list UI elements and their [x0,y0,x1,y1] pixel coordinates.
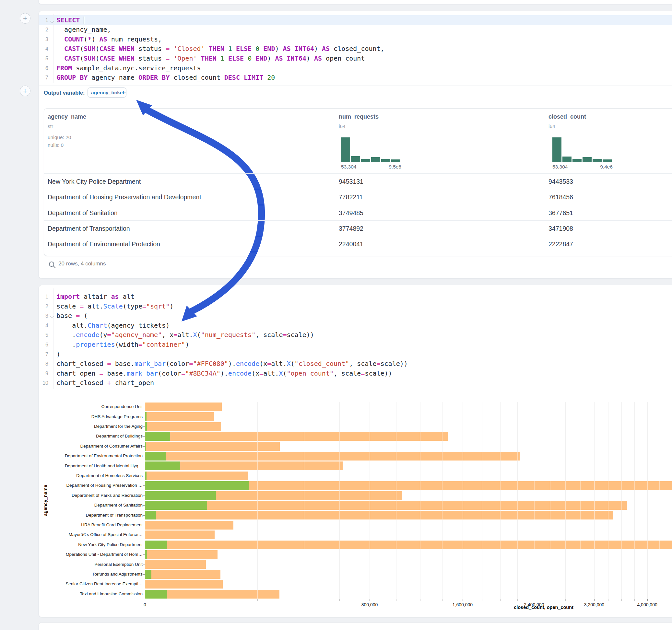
chart-gridline-overlay [339,402,340,599]
table-cell: New York City Police Department [48,174,141,189]
chart-y-label: Department for the Aging [35,424,143,429]
chart-x-tick [462,599,463,601]
code-line[interactable]: 1import altair as alt [39,292,672,302]
code-line[interactable]: 3 COUNT(*) AS num_requests, [39,35,672,44]
histogram-max-label-closed: 9.4e6 [567,164,613,170]
row-separator [44,252,672,252]
code-line[interactable]: 9chart_open = base.mark_bar(color="#8BC3… [39,369,672,379]
chart-x-minor-tick [580,599,580,601]
chart-x-minor-tick [518,599,518,601]
chart-x-minor-tick [304,599,304,601]
chart-y-label: Taxi and Limousine Commission [35,591,143,596]
code-text: CAST(SUM(CASE WHEN status = 'Open' THEN … [56,54,365,64]
line-number: 3 [39,311,48,321]
line-number: 4 [39,44,48,54]
fold-chevron-icon[interactable] [50,314,54,319]
table-cell: Department of Housing Preservation and D… [48,189,201,205]
histogram-bar [593,159,602,162]
chart-y-label: Department of Consumer Affairs [35,444,143,449]
chart-y-label: Department of Buildings [35,434,143,438]
table-cell: 7782211 [339,189,363,205]
histogram-bar [371,157,380,162]
table-cell: 3774892 [339,221,363,236]
chart-bar-open [145,491,216,500]
histogram-closed-count [552,138,613,162]
chart-gridline-overlay [482,402,482,599]
add-cell-button-top[interactable]: + [20,13,30,24]
add-cell-button-output[interactable]: + [20,86,30,96]
chart-y-label: HRA Benefit Card Replacement [35,523,143,527]
code-line[interactable]: 3base = ( [39,311,672,321]
code-line[interactable]: 2 agency_name, [39,25,672,35]
chart-plot-top-border [145,402,672,402]
code-line[interactable]: 6 .properties(width="container") [39,340,672,350]
line-number: 4 [39,321,48,331]
code-line[interactable]: 1SELECT [39,16,672,25]
chart-gridline-overlay [659,402,660,599]
code-line[interactable]: 7GROUP BY agency_name ORDER BY closed_co… [39,73,672,83]
chart-bar-open [145,590,167,599]
chart-x-tick-label: 0 [119,602,171,607]
histogram-bar [552,138,561,162]
histogram-bar [603,160,612,162]
histogram-bar [341,138,350,162]
chart-y-label: Correspondence Unit [35,404,143,409]
code-line[interactable]: 2scale = alt.Scale(type="sqrt") [39,302,672,311]
chart-gridline-overlay [621,402,622,599]
column-header-agency-name[interactable]: agency_name [48,114,86,120]
line-number: 9 [39,369,48,379]
chart-y-label: Refunds and Adjustments [35,572,143,577]
chart-bar-closed [145,432,448,441]
chart-x-tick-label: 1,600,000 [437,602,488,607]
chart-bar-closed [145,560,206,569]
column-type-num-requests: i64 [339,123,345,129]
chart-y-label: Department of Health and Mental Hyg… [35,463,143,468]
chart-y-label: Department of Environmental Protection [35,453,143,458]
line-number: 2 [39,302,48,311]
histogram-bar [361,159,370,162]
column-header-closed-count[interactable]: closed_count [549,114,586,120]
code-text: CAST(SUM(CASE WHEN status = 'Closed' THE… [56,44,384,54]
code-line[interactable]: 4 CAST(SUM(CASE WHEN status = 'Closed' T… [39,44,672,54]
output-variable-pill[interactable]: agency_tickets [88,88,126,98]
chart-x-minor-tick [482,599,482,601]
histogram-bar [381,159,390,162]
table-cell: 3471908 [549,221,573,236]
table-cell: Department of Transportation [48,221,130,236]
code-line[interactable]: 8chart_closed = base.mark_bar(color="#FF… [39,359,672,369]
code-line[interactable]: 5 CAST(SUM(CASE WHEN status = 'Open' THE… [39,54,672,64]
chart-y-label: Department of Homeless Services [35,473,143,478]
chart-y-label: Mayorâ€ s Office of Special Enforce… [35,532,143,537]
chart-gridline-overlay [420,402,421,599]
code-line[interactable]: 5 .encode(y="agency_name", x=alt.X("num_… [39,330,672,340]
histogram-bar [351,156,360,162]
chart-x-minor-tick [565,599,566,601]
chart-gridline-overlay [369,402,370,599]
code-text: FROM sample_data.nyc.service_requests [56,64,201,73]
chart-bar-closed [145,521,233,530]
code-line[interactable]: 6FROM sample_data.nyc.service_requests [39,64,672,73]
code-line[interactable]: 4 alt.Chart(agency_tickets) [39,321,672,331]
histogram-min-label-num: 53,304 [341,164,356,170]
code-text: scale = alt.Scale(type="sqrt") [56,302,173,311]
chart-bar-open [145,550,147,559]
chart-gridline-overlay [594,402,595,599]
column-type-agency-name: str [48,123,53,129]
histogram-num-requests [341,138,401,162]
column-stat-nulls: nulls: 0 [48,142,64,148]
code-text: chart_closed + chart_open [56,378,154,388]
chart-x-minor-tick [396,599,397,601]
chart-x-tick [145,599,145,601]
column-header-num-requests[interactable]: num_requests [339,114,379,120]
text-cursor [83,17,84,24]
histogram-bar [573,159,581,162]
fold-chevron-icon[interactable] [50,19,54,23]
code-line[interactable]: 10chart_closed + chart_open [39,378,672,388]
chart-y-label: Department of Housing Preservation … [35,483,143,488]
code-line[interactable]: 7) [39,350,672,359]
chart-bar-closed [145,403,222,411]
line-number: 5 [39,54,48,64]
chart-gridline-overlay [304,402,304,599]
chart-bar-open [145,501,207,510]
chart-bar-closed [145,550,217,559]
